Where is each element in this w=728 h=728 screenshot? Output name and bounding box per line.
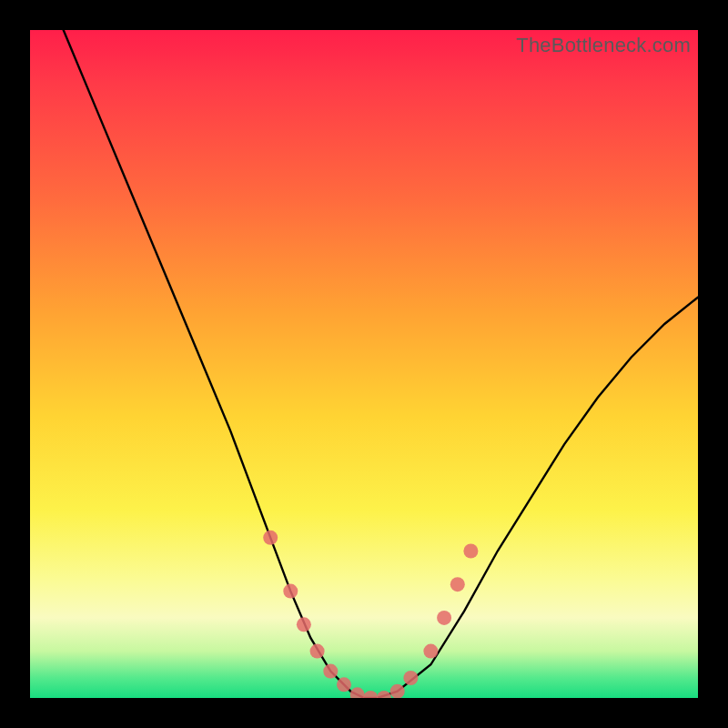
highlight-dot [323,664,338,679]
highlight-dot [283,584,298,599]
highlight-dot [403,671,418,685]
highlight-dot [390,684,405,698]
highlight-dot [463,544,478,559]
chart-frame: TheBottleneck.com [0,0,728,728]
bottleneck-curve [64,30,698,698]
curve-overlay [30,30,698,698]
highlight-dots [263,531,478,698]
plot-area: TheBottleneck.com [30,30,698,698]
highlight-dot [423,644,438,659]
highlight-dot [363,691,378,698]
highlight-dot [350,687,365,698]
highlight-dot [437,611,451,625]
highlight-dot [297,617,311,632]
highlight-dot [337,677,351,692]
highlight-dot [310,644,325,659]
highlight-dot [263,531,278,545]
highlight-dot [450,577,465,592]
highlight-dot [377,691,391,698]
